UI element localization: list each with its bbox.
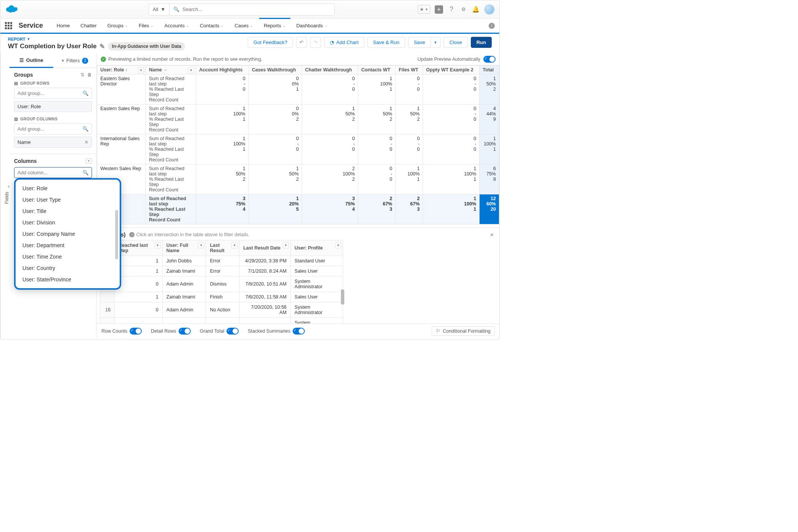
dropdown-item[interactable]: User: State/Province: [16, 274, 120, 285]
swap-icon[interactable]: ⇅: [81, 72, 84, 77]
input[interactable]: [17, 126, 82, 132]
save-button[interactable]: Save: [408, 37, 431, 48]
detail-rows-toggle[interactable]: [179, 328, 191, 335]
conditional-formatting-button[interactable]: ⚐Conditional Formatting: [432, 326, 495, 336]
info-icon[interactable]: i: [489, 23, 495, 29]
delete-icon[interactable]: 🗑: [87, 72, 92, 77]
dropdown-item[interactable]: User: Division: [16, 217, 120, 228]
btn-label: Conditional Formatting: [443, 328, 491, 334]
search-input-wrapper: 🔍: [169, 6, 334, 12]
salesforce-logo-icon: [5, 5, 19, 14]
groups-heading: Groups: [14, 72, 33, 78]
save-run-button[interactable]: Save & Run: [367, 37, 405, 48]
toggle-label: Stacked Summaries: [248, 328, 290, 334]
input[interactable]: [17, 90, 82, 96]
nav-label: Accounts: [164, 23, 184, 28]
undo-icon: ↶: [299, 39, 304, 45]
dropdown-icon[interactable]: ▼: [86, 158, 92, 164]
nav-groups[interactable]: Groups⌄: [103, 19, 133, 32]
btn-label: Add Chart: [336, 39, 359, 45]
tab-filters[interactable]: ▾Filters2: [53, 54, 97, 68]
toggle-label: Row Counts: [101, 328, 127, 334]
chevron-down-icon: ⌄: [221, 24, 224, 28]
report-main: ✓ Previewing a limited number of records…: [97, 54, 499, 338]
scrollbar[interactable]: [341, 289, 344, 305]
chevron-down-icon: ▼: [27, 37, 30, 41]
add-column-input[interactable]: 🔍: [14, 167, 92, 178]
dropdown-item[interactable]: User: Time Zone: [16, 251, 120, 262]
toggle-label: Grand Total: [200, 328, 224, 334]
nav-cases[interactable]: Cases⌄: [230, 19, 258, 32]
help-button[interactable]: ?: [448, 6, 455, 13]
notifications-button[interactable]: 🔔: [472, 6, 480, 13]
search-input[interactable]: [182, 6, 331, 12]
search-scope-dropdown[interactable]: All▼: [149, 4, 169, 15]
dropdown-item[interactable]: User: Company Name: [16, 228, 120, 240]
global-add-button[interactable]: +: [435, 5, 443, 14]
dropdown-item[interactable]: User: Department: [16, 240, 120, 251]
nav-home[interactable]: Home: [52, 19, 74, 32]
chevron-down-icon: ▼: [425, 8, 428, 11]
avatar[interactable]: [484, 4, 495, 15]
save-menu-button[interactable]: ▼: [431, 37, 441, 48]
global-header: All▼ 🔍 ★▼ + ? ⚙ 🔔: [0, 0, 499, 19]
dropdown-item[interactable]: User: Role: [16, 183, 120, 194]
auto-preview-toggle[interactable]: [483, 56, 496, 63]
nav-label: Dashboards: [296, 23, 323, 28]
app-launcher-icon[interactable]: [5, 22, 13, 30]
dropdown-item[interactable]: User: Title: [16, 205, 120, 217]
row-counts-toggle[interactable]: [130, 328, 142, 335]
app-nav: Service Home Chatter Groups⌄ Files⌄ Acco…: [0, 19, 499, 34]
input[interactable]: [17, 170, 82, 175]
add-group-row-input[interactable]: 🔍: [14, 88, 92, 99]
column-dropdown: User: RoleUser: User TypeUser: TitleUser…: [14, 178, 121, 290]
close-details-button[interactable]: ✕: [490, 232, 494, 238]
details-header: 20 Rows) iClick an intersection in the t…: [97, 227, 499, 240]
chart-icon: ◔: [330, 39, 334, 45]
auto-preview-label: Update Preview Automatically: [418, 57, 480, 62]
bell-icon: 🔔: [472, 6, 480, 13]
pill-label: Name: [17, 139, 31, 145]
search-icon: 🔍: [82, 170, 89, 175]
scrollbar[interactable]: [115, 210, 118, 259]
stacked-toggle[interactable]: [293, 328, 305, 335]
nav-contacts[interactable]: Contacts⌄: [195, 19, 228, 32]
redo-button[interactable]: ↷: [310, 37, 321, 48]
summary-table: User: Role ↑▼Name →▼Account HighlightsCa…: [97, 65, 499, 224]
group-row-pill[interactable]: User: Role: [14, 101, 92, 112]
btn-label: Close: [449, 39, 462, 45]
app-name: Service: [19, 22, 43, 30]
search-scope-label: All: [153, 6, 158, 12]
nav-chatter[interactable]: Chatter: [76, 19, 101, 32]
nav-label: Cases: [234, 23, 249, 28]
fields-rail[interactable]: Fields ›: [0, 54, 10, 338]
nav-accounts[interactable]: Accounts⌄: [160, 19, 193, 32]
nav-label: Contacts: [200, 23, 219, 28]
group-rows-label: GROUP ROWS: [20, 81, 49, 85]
undo-button[interactable]: ↶: [296, 37, 307, 48]
tab-outline[interactable]: ☰Outline: [10, 54, 53, 68]
chevron-down-icon: ⌄: [250, 24, 253, 28]
search-icon: 🔍: [82, 126, 89, 132]
search-icon: 🔍: [82, 90, 89, 96]
report-type-label[interactable]: REPORT▼: [8, 37, 185, 41]
feedback-button[interactable]: Got Feedback?: [248, 37, 293, 48]
dropdown-item[interactable]: User: User Type: [16, 194, 120, 205]
favorites-button[interactable]: ★▼: [418, 5, 430, 14]
preview-bar: ✓ Previewing a limited number of records…: [97, 54, 499, 65]
filter-count-badge: 2: [82, 58, 88, 64]
close-button[interactable]: Close: [443, 37, 467, 48]
add-chart-button[interactable]: ◔Add Chart: [324, 37, 364, 48]
nav-dashboards[interactable]: Dashboards⌄: [292, 19, 332, 32]
run-button[interactable]: Run: [471, 37, 492, 48]
dropdown-item[interactable]: User: Country: [16, 262, 120, 274]
pill-label: User: Role: [17, 104, 41, 109]
grand-total-toggle[interactable]: [226, 328, 239, 335]
nav-files[interactable]: Files⌄: [134, 19, 158, 32]
add-group-col-input[interactable]: 🔍: [14, 123, 92, 134]
edit-title-button[interactable]: ✎: [100, 43, 105, 51]
remove-icon[interactable]: ✕: [84, 139, 89, 145]
nav-reports[interactable]: Reports⌄: [259, 18, 290, 32]
group-col-pill[interactable]: Name✕: [14, 137, 92, 148]
setup-button[interactable]: ⚙: [460, 6, 467, 13]
